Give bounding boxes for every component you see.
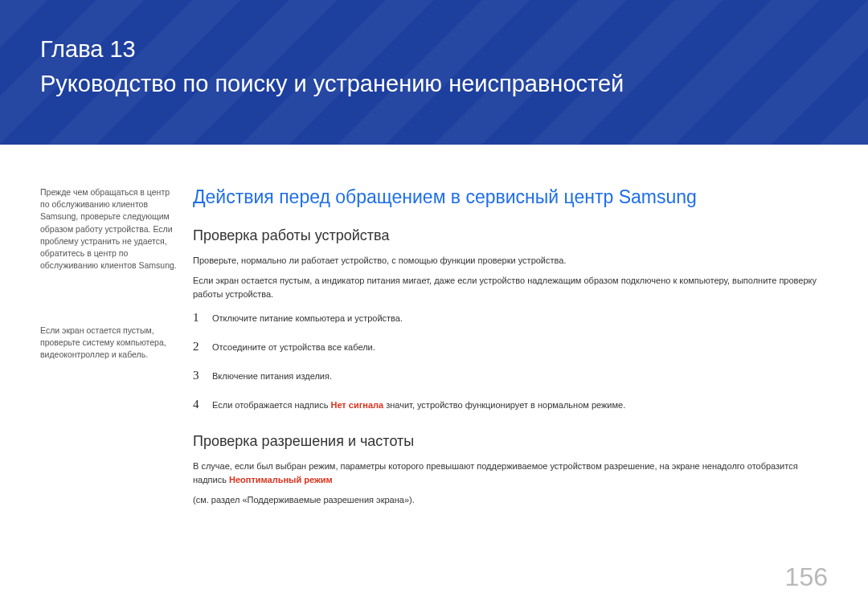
highlight-not-optimal-mode: Неоптимальный режим [229, 475, 333, 484]
step-number: 2 [193, 337, 212, 356]
page-number: 156 [785, 562, 828, 592]
page-body: Прежде чем обращаться в центр по обслужи… [0, 145, 868, 513]
step-text: Включение питания изделия. [212, 370, 332, 384]
list-item: 1 Отключите питание компьютера и устройс… [193, 308, 828, 327]
step-number: 1 [193, 308, 212, 327]
step-text: Отключите питание компьютера и устройств… [212, 312, 403, 326]
highlight-no-signal: Нет сигнала [330, 400, 383, 410]
chapter-header: Глава 13 Руководство по поиску и устране… [0, 0, 868, 145]
list-item: 2 Отсоедините от устройства все кабели. [193, 337, 828, 356]
sidebar-note-1: Прежде чем обращаться в центр по обслужи… [40, 186, 177, 272]
document-page: Глава 13 Руководство по поиску и устране… [0, 0, 868, 613]
paragraph: (см. раздел «Поддерживаемые разрешения э… [193, 493, 828, 507]
list-item: 3 Включение питания изделия. [193, 366, 828, 385]
subsection-heading-check-resolution: Проверка разрешения и частоты [193, 433, 828, 450]
sidebar-note-2: Если экран остается пустым, проверьте си… [40, 325, 177, 362]
step-text: Если отображается надпись Нет сигнала зн… [212, 398, 625, 413]
paragraph: В случае, если был выбран режим, парамет… [193, 460, 828, 487]
step-text: Отсоедините от устройства все кабели. [212, 341, 375, 355]
text-fragment: Если отображается надпись [212, 400, 330, 410]
paragraph: Проверьте, нормально ли работает устройс… [193, 254, 828, 268]
text-fragment: значит, устройство функционирует в норма… [383, 400, 625, 410]
step-number: 4 [193, 394, 212, 414]
step-number: 3 [193, 366, 212, 385]
subsection-heading-check-device: Проверка работы устройства [193, 227, 828, 244]
steps-list: 1 Отключите питание компьютера и устройс… [193, 308, 828, 414]
sidebar: Прежде чем обращаться в центр по обслужи… [40, 186, 193, 513]
section-heading-primary: Действия перед обращением в сервисный це… [193, 186, 828, 208]
paragraph: Если экран остается пустым, а индикатор … [193, 274, 828, 301]
main-content: Действия перед обращением в сервисный це… [193, 186, 828, 513]
chapter-title: Руководство по поиску и устранению неисп… [40, 71, 828, 97]
list-item: 4 Если отображается надпись Нет сигнала … [193, 394, 828, 414]
chapter-label: Глава 13 [40, 36, 828, 63]
